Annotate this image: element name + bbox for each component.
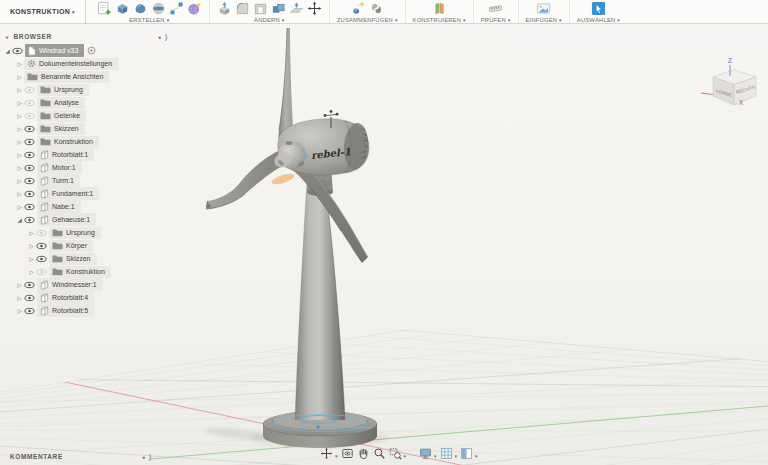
visibility-eye-icon[interactable] (24, 138, 37, 146)
browser-item-analyse[interactable]: ▷Analyse (0, 96, 172, 109)
item-label-bar[interactable]: Gehaeuse:1 (37, 213, 96, 226)
item-label-bar[interactable]: Turm:1 (37, 174, 80, 187)
browser-item-körper[interactable]: ▷Körper (0, 239, 172, 252)
item-label-bar[interactable]: Motor:1 (37, 161, 82, 174)
measure-icon[interactable] (488, 1, 503, 16)
toolbar-group-label[interactable]: KONSTRUIEREN (413, 16, 466, 23)
visibility-eye-icon[interactable] (24, 281, 37, 289)
visibility-eye-icon[interactable] (36, 255, 49, 263)
browser-item-rotorblatt-4[interactable]: ▷Rotorblatt:4 (0, 291, 172, 304)
item-label-bar[interactable]: Windmesser:1 (37, 278, 103, 291)
zoom-button[interactable] (373, 447, 386, 460)
collapse-arrow-icon[interactable]: ◢ (15, 217, 24, 223)
visibility-eye-icon[interactable] (24, 151, 37, 159)
item-label-bar[interactable]: Benannte Ansichten (24, 71, 109, 83)
visibility-eye-icon[interactable] (24, 99, 37, 107)
expand-arrow-icon[interactable]: ▷ (27, 230, 36, 236)
visibility-eye-icon[interactable] (24, 190, 37, 198)
item-label-bar[interactable]: Körper (49, 240, 93, 252)
solid-box-icon[interactable] (115, 1, 130, 16)
panel-options-icon[interactable] (158, 33, 165, 40)
browser-item-skizzen[interactable]: ▷Skizzen (0, 252, 172, 265)
visibility-eye-icon[interactable] (24, 216, 37, 224)
visibility-eye-icon[interactable] (24, 164, 37, 172)
browser-item-rotorblatt-5[interactable]: ▷Rotorblatt:5 (0, 304, 172, 317)
sketch-create-icon[interactable] (97, 1, 112, 16)
panel-options-icon[interactable] (142, 453, 149, 460)
item-label-bar[interactable]: Rotorblatt:5 (37, 304, 94, 317)
expand-arrow-icon[interactable]: ▷ (27, 269, 36, 275)
browser-item-fundament-1[interactable]: ▷Fundament:1 (0, 187, 172, 200)
visibility-eye-icon[interactable] (24, 203, 37, 211)
expand-arrow-icon[interactable]: ▷ (15, 204, 24, 210)
visibility-eye-icon[interactable] (24, 112, 37, 120)
visibility-eye-icon[interactable] (24, 294, 37, 302)
display-settings-button[interactable] (419, 444, 437, 462)
item-label-bar[interactable]: Konstruktion (37, 136, 99, 148)
browser-item-turm-1[interactable]: ▷Turm:1 (0, 174, 172, 187)
browser-item-gelenke[interactable]: ▷Gelenke (0, 109, 172, 122)
construct-plane-icon[interactable] (432, 1, 447, 16)
insert-image-icon[interactable] (536, 1, 551, 16)
browser-item-ursprung[interactable]: ▷Ursprung (0, 226, 172, 239)
grid-display-button[interactable] (440, 444, 458, 462)
visibility-eye-icon[interactable] (24, 86, 37, 94)
expand-arrow-icon[interactable]: ▷ (15, 113, 24, 119)
move-icon[interactable] (307, 1, 322, 16)
item-label-bar[interactable]: Rotorblatt:1 (37, 148, 94, 161)
expand-arrow-icon[interactable]: ▷ (15, 165, 24, 171)
browser-item-ursprung[interactable]: ▷Ursprung (0, 83, 172, 96)
item-label-bar[interactable]: Gelenke (37, 110, 86, 122)
form-blob-icon[interactable] (133, 1, 148, 16)
combine-icon[interactable] (271, 1, 286, 16)
item-label-bar[interactable]: Rotorblatt:4 (37, 291, 94, 304)
browser-item-windrad-v33[interactable]: ◢Windrad v33 (0, 44, 172, 57)
toolbar-group-label[interactable]: ERSTELLEN (129, 16, 169, 23)
visibility-eye-icon[interactable] (36, 268, 49, 276)
visibility-eye-icon[interactable] (36, 229, 49, 237)
item-label-bar[interactable]: Skizzen (37, 123, 85, 135)
toolbar-group-label[interactable]: PRÜFEN (481, 16, 511, 23)
item-label-bar[interactable]: Windrad v33 (25, 44, 84, 57)
toolbar-group-label[interactable]: ZUSAMMENFÜGEN (337, 16, 398, 23)
visibility-eye-icon[interactable] (24, 125, 37, 133)
revolve-sphere-icon[interactable] (151, 1, 166, 16)
assemble-icon[interactable] (351, 1, 366, 16)
visibility-eye-icon[interactable] (24, 307, 37, 315)
browser-item-motor-1[interactable]: ▷Motor:1 (0, 161, 172, 174)
browser-item-konstruktion[interactable]: ▷Konstruktion (0, 265, 172, 278)
visibility-eye-icon[interactable] (36, 242, 49, 250)
viewports-button[interactable] (460, 444, 478, 462)
pan-hand-button[interactable] (357, 447, 370, 460)
panel-flyout-icon[interactable] (149, 452, 152, 461)
shell-icon[interactable] (253, 1, 268, 16)
offset-face-icon[interactable] (289, 1, 304, 16)
visibility-eye-icon[interactable] (12, 47, 25, 55)
item-label-bar[interactable]: Analyse (37, 97, 85, 109)
collapse-arrow-icon[interactable]: ◢ (3, 48, 12, 54)
item-label-bar[interactable]: Dokumenteinstellungen (24, 58, 118, 70)
browser-item-rotorblatt-1[interactable]: ▷Rotorblatt:1 (0, 148, 172, 161)
visibility-eye-icon[interactable] (24, 177, 37, 185)
expand-arrow-icon[interactable]: ▷ (27, 256, 36, 262)
spline-path-icon[interactable] (169, 1, 184, 16)
zoom-window-button[interactable] (389, 444, 407, 462)
expand-arrow-icon[interactable]: ▷ (15, 100, 24, 106)
toolbar-group-label[interactable]: ÄNDERN (254, 16, 284, 23)
look-at-button[interactable] (341, 447, 354, 460)
item-label-bar[interactable]: Nabe:1 (37, 200, 81, 213)
tab-konstruktion[interactable]: KONSTRUKTION (0, 0, 86, 23)
browser-item-gehaeuse-1[interactable]: ◢Gehaeuse:1 (0, 213, 172, 226)
toolbar-group-label[interactable]: AUSWÄHLEN (577, 16, 620, 23)
item-label-bar[interactable]: Ursprung (49, 227, 101, 239)
panel-flyout-icon[interactable] (165, 32, 168, 41)
browser-item-windmesser-1[interactable]: ▷Windmesser:1 (0, 278, 172, 291)
mesh-sphere-icon[interactable] (187, 1, 202, 16)
expand-arrow-icon[interactable]: ▷ (27, 243, 36, 249)
expand-arrow-icon[interactable]: ▷ (15, 191, 24, 197)
item-label-bar[interactable]: Konstruktion (49, 266, 111, 278)
expand-arrow-icon[interactable]: ▷ (15, 308, 24, 314)
toolbar-group-label[interactable]: EINFÜGEN (526, 16, 562, 23)
press-pull-icon[interactable] (217, 1, 232, 16)
expand-arrow-icon[interactable]: ▷ (15, 295, 24, 301)
